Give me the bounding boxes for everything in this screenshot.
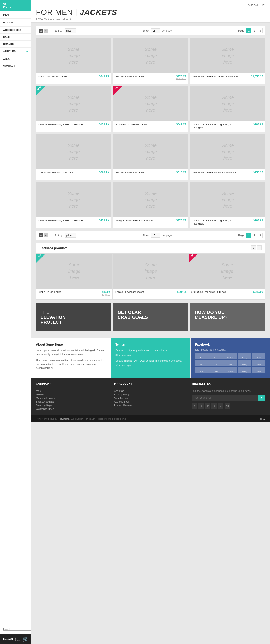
featured-product-card[interactable]: Someimagehere Encore Snowboard Jacket $1…: [113, 253, 189, 300]
logo[interactable]: SUPER DUPER: [0, 0, 31, 11]
page-1-button-bottom[interactable]: 1: [246, 233, 251, 238]
footer-category-link[interactable]: Climbing Equipment: [36, 396, 110, 400]
featured-product-name: Men's House T-shirt: [39, 290, 61, 294]
tumblr-icon[interactable]: t: [212, 403, 217, 409]
product-card[interactable]: Someimagehere Encore Snowboard Jacket $7…: [113, 38, 189, 84]
sidebar-item-contact[interactable]: CONTACT: [0, 62, 31, 70]
product-card[interactable]: Someimagehere Leatt Adventure Body Prote…: [36, 182, 111, 228]
facebook-avatar[interactable]: David: [252, 367, 266, 373]
facebook-avatar[interactable]: Nas: [195, 353, 209, 359]
product-card[interactable]: Someimagehere Encore Snowboard Jacket $5…: [113, 134, 189, 180]
footer-account-link[interactable]: About Us: [114, 389, 188, 393]
sidebar-item-brands[interactable]: BRANDS: [0, 40, 31, 48]
google-plus-icon[interactable]: g+: [205, 403, 210, 409]
facebook-avatar[interactable]: Nas: [195, 367, 209, 373]
product-price: $770.15: [176, 75, 186, 78]
cart-bar[interactable]: $945.99 2 items 🛒: [0, 634, 31, 644]
promo-banner-3[interactable]: HOW DO YOUMEASURE UP?: [190, 304, 266, 331]
currency-selector[interactable]: $ US Dollar: [248, 4, 260, 6]
promo-banner-1[interactable]: THEELEVATIONPROJECT: [36, 304, 111, 331]
footer-category-link[interactable]: Clearance Lines: [36, 407, 110, 411]
search-input[interactable]: [3, 628, 34, 631]
pagination-top: 1 2 3: [246, 28, 263, 33]
footer-account-link[interactable]: Your Account: [114, 396, 188, 400]
facebook-avatar[interactable]: David: [252, 353, 266, 359]
product-card[interactable]: Someimagehere Swagger Puffy Snowboard Ja…: [113, 182, 189, 228]
youtube-icon[interactable]: ▶: [218, 403, 223, 409]
grid-view-button[interactable]: ⊞: [39, 29, 43, 33]
show-select[interactable]: 15: [151, 28, 160, 33]
product-pricing: $179.99: [99, 123, 109, 126]
product-card[interactable]: Someimagehere Oneal 812 Graphic MX Light…: [190, 86, 266, 132]
product-name: The White Collection Cannon Snowboard: [193, 171, 238, 174]
facebook-avatar[interactable]: Elizabeth: [223, 353, 237, 359]
page-2-button[interactable]: 2: [252, 28, 257, 33]
product-card[interactable]: Someimagehere Oneal 812 Graphic MX Light…: [190, 182, 266, 228]
facebook-avatar[interactable]: John: [195, 360, 209, 366]
product-card[interactable]: Someimagehere The White Collection Track…: [190, 38, 266, 84]
sidebar-item-articles[interactable]: ARTICLES +: [0, 48, 31, 56]
sidebar-item-accessories[interactable]: ACCESSORIES: [0, 26, 31, 34]
sort-select-bottom[interactable]: price: [65, 233, 76, 238]
back-to-top-button[interactable]: Top ▲: [258, 418, 266, 420]
product-info: 2L Swash Snowboard Jacket $649.15: [113, 121, 188, 132]
rss-icon[interactable]: rss: [225, 403, 230, 409]
list-view-button-bottom[interactable]: ≡: [44, 233, 48, 237]
promo-banner-2[interactable]: GET GEARCRAB GOALS: [113, 304, 189, 331]
footer-account-link[interactable]: Address Book: [114, 400, 188, 404]
featured-prev-button[interactable]: ‹: [251, 246, 256, 250]
product-card[interactable]: Someimagehere The White Collection Shack…: [36, 134, 111, 180]
view-toggle-bottom: ⊞ ≡: [39, 233, 48, 237]
facebook-avatar[interactable]: Ed: [209, 360, 223, 366]
sort-select[interactable]: price: [65, 28, 76, 33]
footer-category-link[interactable]: Men: [36, 389, 110, 393]
product-card[interactable]: Someimagehere The White Collection Canno…: [190, 134, 266, 180]
grid-view-button-bottom[interactable]: ⊞: [39, 233, 43, 237]
sidebar-item-sale[interactable]: SALE: [0, 34, 31, 40]
footer-category-link[interactable]: Sleeping Bags: [36, 404, 110, 407]
facebook-avatar[interactable]: David: [252, 360, 266, 366]
featured-product-card[interactable]: HOT Someimagehere SixSixOne Evo Wired Fu…: [189, 253, 265, 300]
footer-account-col: My account About UsPrivacy PolicyYour Ac…: [114, 382, 188, 411]
sidebar-item-men[interactable]: MEN +: [0, 11, 31, 19]
footer-category-link[interactable]: Backpacks/Bags: [36, 400, 110, 404]
product-info: Oneal 812 Graphic MX Lightweight Fibergl…: [190, 121, 265, 132]
facebook-avatar[interactable]: Dan: [223, 360, 237, 366]
product-pricing: $1,550.35: [251, 75, 263, 78]
twitter-time-2: 50 minutes ago: [116, 364, 186, 367]
product-card[interactable]: Someimagehere Breach Snowboard Jacket $5…: [36, 38, 111, 84]
featured-next-button[interactable]: ›: [257, 246, 262, 250]
facebook-avatar[interactable]: Randy: [238, 353, 251, 359]
facebook-avatar[interactable]: Dawn: [209, 353, 223, 359]
newsletter-email-input[interactable]: [192, 395, 258, 400]
product-pricing: $510.15: [176, 171, 186, 174]
list-view-button[interactable]: ≡: [44, 29, 48, 33]
facebook-avatar[interactable]: Randy: [238, 360, 251, 366]
facebook-icon[interactable]: f: [192, 403, 197, 409]
featured-product-card[interactable]: NEW Someimagehere Men's House T-shirt $4…: [36, 253, 113, 300]
sidebar-item-about[interactable]: ABOUT: [0, 56, 31, 62]
promo-text-2: GET GEARCRAB GOALS: [118, 310, 148, 320]
sidebar-item-women[interactable]: WOMEN +: [0, 19, 31, 26]
page-3-button-bottom[interactable]: 3: [258, 233, 263, 238]
product-card[interactable]: HOT Someimagehere 2L Swash Snowboard Jac…: [113, 86, 189, 132]
page-2-button-bottom[interactable]: 2: [252, 233, 257, 238]
facebook-avatar[interactable]: Dawn: [209, 367, 223, 373]
product-image: Someimagehere: [190, 182, 265, 217]
toolbar-divider: [51, 28, 51, 33]
facebook-avatar[interactable]: Elizabeth: [223, 367, 237, 373]
brand-link[interactable]: Hezytheme: [58, 418, 69, 420]
twitter-icon[interactable]: t: [198, 403, 204, 409]
twitter-widget: Twitter As a result of your previous rec…: [111, 338, 190, 378]
page-3-button[interactable]: 3: [258, 28, 263, 33]
footer-account-link[interactable]: Privacy Policy: [114, 393, 188, 396]
product-card[interactable]: NEW Someimagehere Leatt Adventure Body P…: [36, 86, 111, 132]
footer-category-link[interactable]: Women: [36, 393, 110, 396]
product-info: The White Collection Cannon Snowboard $2…: [190, 169, 265, 180]
newsletter-submit-button[interactable]: ►: [258, 395, 266, 400]
footer-account-link[interactable]: Product Reviews: [114, 404, 188, 407]
show-select-bottom[interactable]: 15: [151, 233, 160, 238]
language-selector[interactable]: EN: [262, 4, 266, 6]
facebook-avatar[interactable]: Randy: [238, 367, 251, 373]
page-1-button[interactable]: 1: [246, 28, 251, 33]
